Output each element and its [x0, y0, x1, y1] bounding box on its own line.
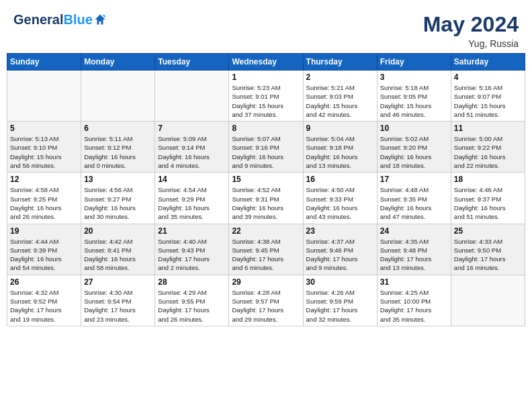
day-detail: Sunrise: 4:35 AMSunset: 9:48 PMDaylight:…: [380, 237, 448, 273]
col-tuesday: Tuesday: [155, 54, 229, 71]
table-row: 31Sunrise: 4:25 AMSunset: 10:00 PMDaylig…: [377, 275, 451, 326]
table-row: 4Sunrise: 5:16 AMSunset: 9:07 PMDaylight…: [451, 71, 525, 122]
day-detail: Sunrise: 5:04 AMSunset: 9:18 PMDaylight:…: [306, 134, 374, 170]
day-number: 15: [232, 175, 300, 184]
day-detail: Sunrise: 4:46 AMSunset: 9:37 PMDaylight:…: [454, 185, 522, 221]
table-row: 20Sunrise: 4:42 AMSunset: 9:41 PMDayligh…: [81, 224, 155, 275]
day-number: 27: [84, 277, 152, 287]
table-row: 11Sunrise: 5:00 AMSunset: 9:22 PMDayligh…: [451, 122, 525, 173]
day-detail: Sunrise: 4:52 AMSunset: 9:31 PMDaylight:…: [232, 185, 300, 221]
day-number: 10: [380, 124, 448, 133]
day-detail: Sunrise: 4:30 AMSunset: 9:54 PMDaylight:…: [84, 288, 152, 324]
day-number: 1: [232, 73, 300, 82]
col-friday: Friday: [377, 54, 451, 71]
day-number: 16: [306, 175, 374, 184]
day-number: 4: [454, 73, 522, 82]
col-saturday: Saturday: [451, 54, 525, 71]
calendar-header-row: Sunday Monday Tuesday Wednesday Thursday…: [7, 54, 525, 71]
day-number: 6: [84, 124, 152, 133]
day-detail: Sunrise: 4:29 AMSunset: 9:55 PMDaylight:…: [158, 288, 226, 324]
calendar-table: Sunday Monday Tuesday Wednesday Thursday…: [7, 53, 525, 326]
month-year: May 2024: [423, 12, 519, 37]
day-detail: Sunrise: 5:11 AMSunset: 9:12 PMDaylight:…: [84, 134, 152, 170]
calendar-week-row: 5Sunrise: 5:13 AMSunset: 9:10 PMDaylight…: [7, 122, 525, 173]
col-monday: Monday: [81, 54, 155, 71]
day-number: 21: [158, 226, 226, 236]
table-row: 19Sunrise: 4:44 AMSunset: 9:39 PMDayligh…: [7, 224, 81, 275]
day-detail: Sunrise: 4:54 AMSunset: 9:29 PMDaylight:…: [158, 185, 226, 221]
day-number: 12: [10, 175, 78, 184]
calendar-week-row: 19Sunrise: 4:44 AMSunset: 9:39 PMDayligh…: [7, 224, 525, 275]
table-row: 27Sunrise: 4:30 AMSunset: 9:54 PMDayligh…: [81, 275, 155, 326]
table-row: [451, 275, 525, 326]
day-number: 18: [454, 175, 522, 184]
day-detail: Sunrise: 4:50 AMSunset: 9:33 PMDaylight:…: [306, 185, 374, 221]
table-row: 14Sunrise: 4:54 AMSunset: 9:29 PMDayligh…: [155, 173, 229, 224]
day-number: 30: [306, 277, 374, 287]
calendar-week-row: 26Sunrise: 4:32 AMSunset: 9:52 PMDayligh…: [7, 275, 525, 326]
table-row: 6Sunrise: 5:11 AMSunset: 9:12 PMDaylight…: [81, 122, 155, 173]
table-row: 21Sunrise: 4:40 AMSunset: 9:43 PMDayligh…: [155, 224, 229, 275]
table-row: 8Sunrise: 5:07 AMSunset: 9:16 PMDaylight…: [229, 122, 303, 173]
day-detail: Sunrise: 4:44 AMSunset: 9:39 PMDaylight:…: [10, 237, 78, 273]
table-row: 26Sunrise: 4:32 AMSunset: 9:52 PMDayligh…: [7, 275, 81, 326]
day-number: 29: [232, 277, 300, 287]
table-row: 10Sunrise: 5:02 AMSunset: 9:20 PMDayligh…: [377, 122, 451, 173]
day-detail: Sunrise: 5:21 AMSunset: 9:03 PMDaylight:…: [306, 83, 374, 119]
day-detail: Sunrise: 4:26 AMSunset: 9:59 PMDaylight:…: [306, 288, 374, 324]
day-number: 9: [306, 124, 374, 133]
col-wednesday: Wednesday: [229, 54, 303, 71]
day-number: 5: [10, 124, 78, 133]
day-detail: Sunrise: 5:13 AMSunset: 9:10 PMDaylight:…: [10, 134, 78, 170]
day-number: 23: [306, 226, 374, 236]
table-row: 22Sunrise: 4:38 AMSunset: 9:45 PMDayligh…: [229, 224, 303, 275]
table-row: 5Sunrise: 5:13 AMSunset: 9:10 PMDaylight…: [7, 122, 81, 173]
table-row: 24Sunrise: 4:35 AMSunset: 9:48 PMDayligh…: [377, 224, 451, 275]
table-row: 18Sunrise: 4:46 AMSunset: 9:37 PMDayligh…: [451, 173, 525, 224]
table-row: 1Sunrise: 5:23 AMSunset: 9:01 PMDaylight…: [229, 71, 303, 122]
table-row: 16Sunrise: 4:50 AMSunset: 9:33 PMDayligh…: [303, 173, 377, 224]
table-row: 13Sunrise: 4:56 AMSunset: 9:27 PMDayligh…: [81, 173, 155, 224]
calendar-week-row: 12Sunrise: 4:58 AMSunset: 9:25 PMDayligh…: [7, 173, 525, 224]
day-number: 14: [158, 175, 226, 184]
day-detail: Sunrise: 4:48 AMSunset: 9:35 PMDaylight:…: [380, 185, 448, 221]
calendar-week-row: 1Sunrise: 5:23 AMSunset: 9:01 PMDaylight…: [7, 71, 525, 122]
table-row: 17Sunrise: 4:48 AMSunset: 9:35 PMDayligh…: [377, 173, 451, 224]
day-number: 26: [10, 277, 78, 287]
table-row: [81, 71, 155, 122]
day-detail: Sunrise: 5:02 AMSunset: 9:20 PMDaylight:…: [380, 134, 448, 170]
day-detail: Sunrise: 5:18 AMSunset: 9:05 PMDaylight:…: [380, 83, 448, 119]
table-row: 29Sunrise: 4:28 AMSunset: 9:57 PMDayligh…: [229, 275, 303, 326]
day-detail: Sunrise: 5:23 AMSunset: 9:01 PMDaylight:…: [232, 83, 300, 119]
day-detail: Sunrise: 4:33 AMSunset: 9:50 PMDaylight:…: [454, 237, 522, 273]
day-number: 8: [232, 124, 300, 133]
logo-text: GeneralBlue: [13, 12, 93, 27]
day-number: 3: [380, 73, 448, 82]
day-detail: Sunrise: 5:09 AMSunset: 9:14 PMDaylight:…: [158, 134, 226, 170]
table-row: 12Sunrise: 4:58 AMSunset: 9:25 PMDayligh…: [7, 173, 81, 224]
day-number: 13: [84, 175, 152, 184]
day-detail: Sunrise: 4:38 AMSunset: 9:45 PMDaylight:…: [232, 237, 300, 273]
table-row: 23Sunrise: 4:37 AMSunset: 9:46 PMDayligh…: [303, 224, 377, 275]
day-number: 11: [454, 124, 522, 133]
day-detail: Sunrise: 4:28 AMSunset: 9:57 PMDaylight:…: [232, 288, 300, 324]
table-row: 30Sunrise: 4:26 AMSunset: 9:59 PMDayligh…: [303, 275, 377, 326]
table-row: 15Sunrise: 4:52 AMSunset: 9:31 PMDayligh…: [229, 173, 303, 224]
table-row: [155, 71, 229, 122]
col-sunday: Sunday: [7, 54, 81, 71]
day-detail: Sunrise: 4:37 AMSunset: 9:46 PMDaylight:…: [306, 237, 374, 273]
day-number: 7: [158, 124, 226, 133]
day-detail: Sunrise: 5:00 AMSunset: 9:22 PMDaylight:…: [454, 134, 522, 170]
table-row: 3Sunrise: 5:18 AMSunset: 9:05 PMDaylight…: [377, 71, 451, 122]
day-detail: Sunrise: 5:07 AMSunset: 9:16 PMDaylight:…: [232, 134, 300, 170]
day-detail: Sunrise: 5:16 AMSunset: 9:07 PMDaylight:…: [454, 83, 522, 119]
day-number: 22: [232, 226, 300, 236]
day-number: 20: [84, 226, 152, 236]
day-number: 24: [380, 226, 448, 236]
logo: GeneralBlue: [13, 12, 106, 27]
day-number: 31: [380, 277, 448, 287]
day-number: 28: [158, 277, 226, 287]
day-number: 25: [454, 226, 522, 236]
day-detail: Sunrise: 4:25 AMSunset: 10:00 PMDaylight…: [380, 288, 448, 324]
location: Yug, Russia: [423, 38, 519, 49]
